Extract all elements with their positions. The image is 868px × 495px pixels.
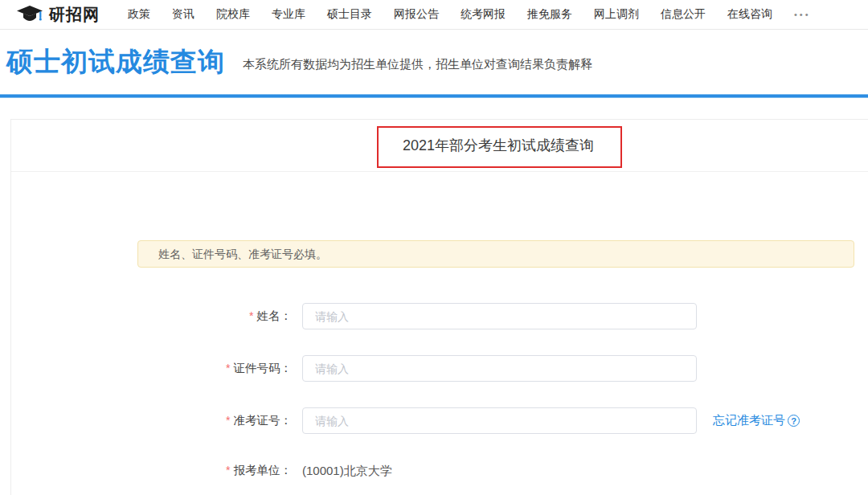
id-number-input[interactable] — [302, 355, 697, 382]
nav-item-online-consult[interactable]: 在线咨询 — [727, 7, 772, 22]
top-navbar: 研招网 政策 资讯 院校库 专业库 硕士目录 网报公告 统考网报 推免服务 网上… — [0, 0, 868, 30]
form-row-name: *姓名： — [11, 303, 868, 329]
form-row-admission-ticket: *准考证号： 忘记准考证号 ? — [11, 407, 868, 434]
card-title: 2021年部分考生初试成绩查询 — [403, 136, 594, 155]
query-card: 2021年部分考生初试成绩查询 姓名、证件号码、准考证号必填。 *姓名： *证件… — [10, 119, 868, 495]
id-number-label: *证件号码： — [11, 355, 292, 382]
required-fields-notice: 姓名、证件号码、准考证号必填。 — [137, 240, 854, 268]
nav-item-major-library[interactable]: 专业库 — [272, 7, 305, 22]
site-logo[interactable]: 研招网 — [16, 4, 100, 26]
nav-item-exemption-service[interactable]: 推免服务 — [527, 7, 572, 22]
target-institution-value: (10001)北京大学 — [302, 457, 392, 484]
nav-item-news[interactable]: 资讯 — [172, 7, 194, 22]
page-title: 硕士初试成绩查询 — [6, 45, 225, 78]
name-input[interactable] — [302, 303, 697, 329]
required-asterisk: * — [249, 309, 253, 322]
nav-item-unified-exam-report[interactable]: 统考网报 — [461, 7, 506, 22]
required-asterisk: * — [226, 414, 230, 427]
forgot-ticket-link[interactable]: 忘记准考证号 ? — [713, 407, 800, 434]
nav-links: 政策 资讯 院校库 专业库 硕士目录 网报公告 统考网报 推免服务 网上调剂 信… — [128, 7, 772, 22]
question-mark-icon: ? — [788, 415, 800, 427]
nav-item-report-announcement[interactable]: 网报公告 — [394, 7, 439, 22]
nav-item-policy[interactable]: 政策 — [128, 7, 150, 22]
form-row-id-number: *证件号码： — [11, 355, 868, 382]
graduation-cap-icon — [16, 5, 43, 24]
nav-item-college-library[interactable]: 院校库 — [216, 7, 250, 22]
page-header: 硕士初试成绩查询 本系统所有数据均为招生单位提供，招生单位对查询结果负责解释 — [6, 45, 592, 78]
nav-item-online-adjustment[interactable]: 网上调剂 — [594, 7, 639, 22]
card-header: 2021年部分考生初试成绩查询 — [11, 120, 868, 172]
blue-divider — [0, 94, 868, 98]
site-logo-text: 研招网 — [49, 4, 100, 26]
admission-ticket-input[interactable] — [302, 407, 697, 434]
nav-item-master-catalog[interactable]: 硕士目录 — [327, 7, 372, 22]
form-row-target-institution: *报考单位： (10001)北京大学 — [11, 457, 868, 484]
name-label: *姓名： — [11, 303, 292, 329]
required-asterisk: * — [226, 464, 230, 477]
nav-more-dots[interactable]: ••• — [794, 10, 811, 19]
nav-item-info-disclosure[interactable]: 信息公开 — [661, 7, 706, 22]
page-subtitle: 本系统所有数据均为招生单位提供，招生单位对查询结果负责解释 — [243, 57, 592, 78]
admission-ticket-label: *准考证号： — [11, 407, 292, 434]
target-institution-label: *报考单位： — [11, 457, 292, 484]
required-asterisk: * — [226, 362, 230, 374]
